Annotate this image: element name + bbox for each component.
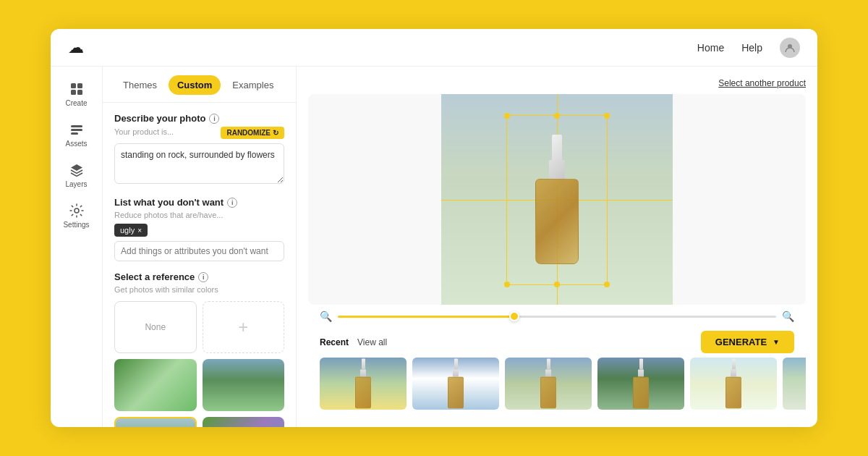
sidebar-item-create-label: Create: [65, 99, 87, 107]
user-avatar[interactable]: [780, 38, 800, 58]
thumbnail-4-bottle: [633, 359, 649, 409]
select-product-button[interactable]: Select another product: [718, 78, 806, 88]
dont-want-input[interactable]: [114, 241, 284, 261]
generate-label: GENERATE: [715, 337, 767, 347]
thumbnail-5-bottle: [726, 359, 741, 409]
tabs-row: Themes Custom Examples: [103, 67, 296, 103]
svg-rect-6: [71, 129, 82, 131]
bottle-body: [535, 179, 579, 264]
randomize-label: RANDOMIZE: [226, 129, 271, 137]
svg-rect-5: [71, 125, 82, 127]
sidebar-item-assets[interactable]: Assets: [55, 116, 98, 153]
body: Create Assets Layers: [51, 67, 817, 427]
sidebar-item-create[interactable]: Create: [55, 75, 98, 113]
reference-section: Select a reference i Get photos with sim…: [114, 271, 284, 427]
svg-rect-4: [77, 90, 82, 95]
svg-rect-1: [71, 83, 76, 88]
zoom-in-icon[interactable]: 🔍: [782, 311, 794, 322]
svg-rect-3: [71, 90, 76, 95]
reference-thumb-1[interactable]: [114, 359, 197, 411]
zoom-row: 🔍 🔍: [308, 305, 806, 325]
recent-tab-view-all[interactable]: View all: [357, 337, 387, 347]
recent-tabs: Recent View all: [320, 337, 387, 347]
app-window: ☁ Home Help Create: [51, 29, 817, 427]
thumbnail-6-bg: [783, 358, 806, 410]
thumbnail-3-bottle: [540, 359, 556, 409]
reference-sublabel: Get photos with similar colors: [114, 285, 284, 294]
reference-thumb-4[interactable]: [203, 417, 285, 427]
product-bottle: [524, 135, 590, 265]
zoom-slider[interactable]: [338, 316, 776, 318]
create-icon: [69, 81, 85, 97]
reference-thumb-2-img: [203, 359, 285, 411]
reference-none[interactable]: None: [114, 301, 197, 353]
svg-rect-2: [77, 83, 82, 88]
app-logo: ☁: [68, 38, 84, 57]
sidebar-item-layers-label: Layers: [65, 180, 87, 188]
reference-thumb-2[interactable]: [203, 359, 285, 411]
tag-ugly: ugly ×: [114, 224, 148, 237]
dont-want-info-icon[interactable]: i: [227, 198, 237, 208]
thumbnail-1[interactable]: [320, 358, 407, 410]
describe-row: Your product is... RANDOMIZE ↻: [114, 127, 284, 139]
describe-textarea[interactable]: standing on rock, surrounded by flowers: [114, 143, 284, 184]
main-area: Select another product: [297, 67, 817, 427]
dont-want-label: List what you don't want i: [114, 197, 284, 208]
sidebar-item-layers[interactable]: Layers: [55, 156, 98, 194]
sidebar-item-settings-label: Settings: [63, 221, 89, 229]
sidebar-item-assets-label: Assets: [65, 140, 87, 148]
reference-info-icon[interactable]: i: [198, 272, 208, 282]
thumbnail-strip: [308, 358, 806, 415]
generate-button[interactable]: GENERATE ▼: [701, 331, 794, 353]
recent-tab-recent[interactable]: Recent: [320, 337, 349, 347]
tab-examples[interactable]: Examples: [224, 75, 282, 95]
reference-thumb-3[interactable]: [114, 417, 197, 427]
thumbnail-4[interactable]: [597, 358, 684, 410]
thumbnail-2[interactable]: [412, 358, 499, 410]
tag-ugly-text: ugly: [120, 226, 135, 235]
zoom-out-icon[interactable]: 🔍: [320, 311, 332, 322]
tab-themes[interactable]: Themes: [114, 75, 166, 95]
layers-icon: [69, 162, 85, 178]
canvas-area[interactable]: [308, 94, 806, 305]
header-nav: Home Help: [697, 38, 800, 58]
canvas-image: [441, 94, 673, 305]
sidebar: Create Assets Layers: [51, 67, 103, 427]
nav-home[interactable]: Home: [697, 42, 724, 54]
thumbnail-1-bottle: [355, 359, 371, 409]
svg-rect-7: [71, 132, 78, 135]
describe-info-icon[interactable]: i: [209, 114, 219, 124]
sidebar-item-settings[interactable]: Settings: [55, 197, 98, 235]
reference-thumb-1-img: [114, 359, 197, 411]
describe-label: Describe your photo i: [114, 113, 284, 124]
thumbnail-2-bottle: [448, 359, 464, 409]
thumbnail-5[interactable]: [690, 358, 777, 410]
header: ☁ Home Help: [51, 29, 817, 67]
recent-row: Recent View all GENERATE ▼: [308, 325, 806, 358]
tab-custom[interactable]: Custom: [169, 75, 221, 95]
tag-ugly-remove[interactable]: ×: [137, 227, 142, 235]
settings-icon: [69, 203, 85, 219]
reference-none-label: None: [145, 322, 166, 332]
thumbnail-6[interactable]: [783, 358, 806, 410]
assets-icon: [69, 122, 85, 138]
reference-grid: None +: [114, 301, 284, 427]
randomize-icon: ↻: [273, 129, 278, 137]
panel-content: Describe your photo i Your product is...…: [103, 103, 296, 427]
generate-chevron-icon: ▼: [773, 338, 780, 346]
describe-sublabel: Your product is...: [114, 127, 174, 136]
reference-thumb-4-img: [203, 417, 285, 427]
reference-label: Select a reference i: [114, 271, 284, 282]
bottle-neck: [549, 160, 565, 180]
svg-point-8: [75, 208, 79, 213]
reference-add[interactable]: +: [203, 301, 285, 353]
reference-thumb-3-img: [116, 418, 195, 427]
main-top: Select another product: [308, 78, 806, 88]
bottle-cap: [552, 135, 562, 161]
left-panel: Themes Custom Examples Describe your pho…: [103, 67, 297, 427]
randomize-button[interactable]: RANDOMIZE ↻: [221, 127, 284, 139]
tag-row: ugly ×: [114, 224, 284, 237]
nav-help[interactable]: Help: [741, 42, 762, 54]
thumbnail-3[interactable]: [505, 358, 592, 410]
dont-want-sublabel: Reduce photos that are/have...: [114, 211, 284, 219]
